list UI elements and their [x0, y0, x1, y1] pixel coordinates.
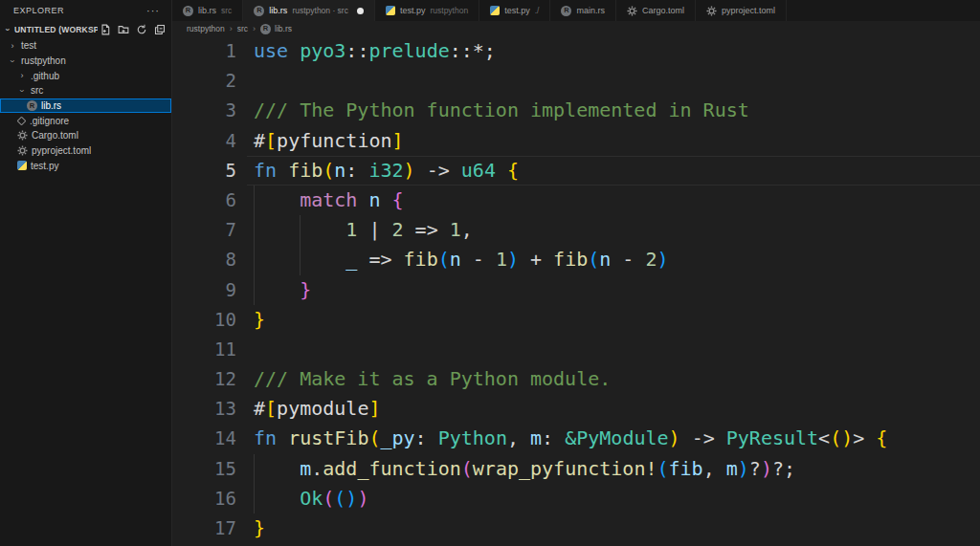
code-line-7[interactable]: 7 1 | 2 => 1,: [172, 215, 980, 245]
breadcrumb-label: lib.rs: [275, 24, 292, 33]
tab-test-py[interactable]: test.pyrustpython: [375, 0, 479, 21]
code-editor[interactable]: 1use pyo3::prelude::*;23/// The Python f…: [172, 36, 980, 543]
indent-guide: [254, 454, 255, 484]
new-folder-icon[interactable]: [118, 24, 129, 35]
more-actions-icon[interactable]: ···: [146, 5, 160, 16]
code-text: #[pymodule]: [254, 394, 380, 424]
tree-item-label: test.py: [31, 161, 58, 171]
tree-item-label: Cargo.toml: [32, 130, 78, 141]
tab-test-py[interactable]: test.py./: [479, 0, 550, 21]
tree-item-gitignore[interactable]: .gitignore: [0, 113, 171, 128]
code-line-15[interactable]: 15 m.add_function(wrap_pyfunction!(fib, …: [172, 454, 980, 484]
code-line-3[interactable]: 3/// The Python function implemented in …: [172, 96, 980, 125]
line-number: 6: [172, 186, 236, 215]
rust-file-icon: R: [254, 6, 264, 16]
code-line-2[interactable]: 2: [172, 66, 980, 96]
indent-guide: [254, 484, 255, 513]
code-line-1[interactable]: 1use pyo3::prelude::*;: [172, 36, 980, 66]
tab-label: pyproject.toml: [722, 6, 775, 15]
tab-label: test.py: [400, 6, 426, 15]
tree-item-test-py[interactable]: test.py: [0, 159, 171, 174]
tree-item-lib-rs[interactable]: Rlib.rs: [0, 98, 171, 114]
breadcrumb: rustpython›src›Rlib.rs: [172, 21, 980, 36]
code-line-6[interactable]: 6 match n {: [172, 186, 980, 215]
code-line-4[interactable]: 4#[pyfunction]: [172, 126, 980, 156]
code-line-9[interactable]: 9 }: [172, 275, 980, 305]
tree-item-rustpython[interactable]: ›rustpython: [0, 54, 171, 69]
unsaved-dot-icon[interactable]: [357, 8, 364, 14]
tree-item-github[interactable]: ›.github: [0, 68, 171, 83]
tab-Cargo-toml[interactable]: Cargo.toml: [616, 0, 696, 21]
tab-label: lib.rs: [269, 6, 287, 15]
tab-description: rustpython: [430, 6, 468, 15]
code-line-10[interactable]: 10}: [172, 305, 980, 335]
line-number: 15: [172, 454, 236, 484]
editor-area: Rlib.rssrcRlib.rsrustpython · srctest.py…: [172, 0, 980, 546]
tree-item-test[interactable]: ›test: [0, 38, 171, 54]
chevron-right-icon: ›: [17, 71, 27, 80]
tab-description: src: [221, 6, 232, 15]
indent-guide: [254, 215, 255, 245]
chevron-down-icon: ›: [8, 56, 17, 66]
python-file-icon: [17, 161, 27, 170]
indent-guide: [254, 275, 255, 305]
tree-item-label: src: [31, 85, 43, 96]
code-text: }: [254, 305, 265, 335]
indent-guide: [300, 215, 301, 245]
code-text: /// Make it as a Python module.: [254, 364, 611, 394]
breadcrumb-item-lib-rs[interactable]: Rlib.rs: [260, 24, 292, 34]
code-line-8[interactable]: 8 _ => fib(n - 1) + fib(n - 2): [172, 245, 980, 274]
breadcrumb-item-src[interactable]: src: [237, 24, 248, 33]
breadcrumb-label: rustpython: [187, 24, 225, 33]
code-line-11[interactable]: 11: [172, 335, 980, 364]
explorer-title: EXPLORER: [13, 6, 64, 15]
tab-label: Cargo.toml: [642, 6, 684, 15]
code-line-14[interactable]: 14fn rustFib(_py: Python, m: &PyModule) …: [172, 424, 980, 453]
tree-item-Cargo-toml[interactable]: Cargo.toml: [0, 128, 171, 143]
rust-file-icon: R: [27, 100, 37, 111]
line-number: 16: [172, 484, 236, 513]
tree-item-label: rustpython: [21, 55, 66, 66]
code-line-12[interactable]: 12/// Make it as a Python module.: [172, 364, 980, 394]
tab-bar: Rlib.rssrcRlib.rsrustpython · srctest.py…: [172, 0, 980, 21]
breadcrumb-item-rustpython[interactable]: rustpython: [187, 24, 225, 33]
tree-item-label: pyproject.toml: [32, 145, 91, 156]
refresh-icon[interactable]: [136, 24, 147, 35]
breadcrumb-label: src: [237, 24, 248, 33]
rust-file-icon: R: [561, 6, 571, 16]
code-line-17[interactable]: 17}: [172, 513, 980, 543]
line-number: 5: [172, 156, 236, 186]
workspace-section-header[interactable]: › UNTITLED (WORKSPA...: [0, 21, 171, 38]
tree-item-pyproject-toml[interactable]: pyproject.toml: [0, 143, 171, 159]
code-text: m.add_function(wrap_pyfunction!(fib, m)?…: [254, 454, 795, 484]
code-text: }: [254, 275, 311, 305]
tab-label: main.rs: [576, 6, 605, 15]
code-line-5[interactable]: 5fn fib(n: i32) -> u64 {: [172, 156, 980, 186]
gear-file-icon: [17, 145, 28, 156]
code-line-16[interactable]: 16 Ok(()): [172, 484, 980, 513]
git-file-icon: [17, 117, 26, 125]
breadcrumb-separator-icon: ›: [253, 24, 256, 33]
breadcrumb-separator-icon: ›: [230, 24, 233, 33]
gear-file-icon: [627, 6, 637, 16]
tab-lib-rs[interactable]: Rlib.rssrc: [172, 0, 243, 21]
line-number: 10: [172, 305, 236, 335]
code-line-13[interactable]: 13#[pymodule]: [172, 394, 980, 424]
line-number: 2: [172, 66, 236, 96]
collapse-all-icon[interactable]: [154, 24, 166, 35]
code-text: match n {: [254, 186, 404, 215]
tab-main-rs[interactable]: Rmain.rs: [550, 0, 616, 21]
indent-guide: [254, 245, 255, 274]
gear-file-icon: [17, 130, 28, 141]
chevron-down-icon: ›: [3, 25, 12, 34]
tab-label: lib.rs: [198, 6, 216, 15]
tab-pyproject-toml[interactable]: pyproject.toml: [696, 0, 787, 21]
workspace-label: UNTITLED (WORKSPA...: [14, 25, 98, 34]
new-file-icon[interactable]: [100, 24, 111, 35]
code-text: _ => fib(n - 1) + fib(n - 2): [254, 245, 669, 274]
tree-item-src[interactable]: ›src: [0, 83, 171, 98]
python-file-icon: [386, 6, 395, 15]
line-number: 3: [172, 96, 236, 125]
gear-file-icon: [706, 6, 717, 16]
tab-lib-rs[interactable]: Rlib.rsrustpython · src: [243, 0, 375, 21]
